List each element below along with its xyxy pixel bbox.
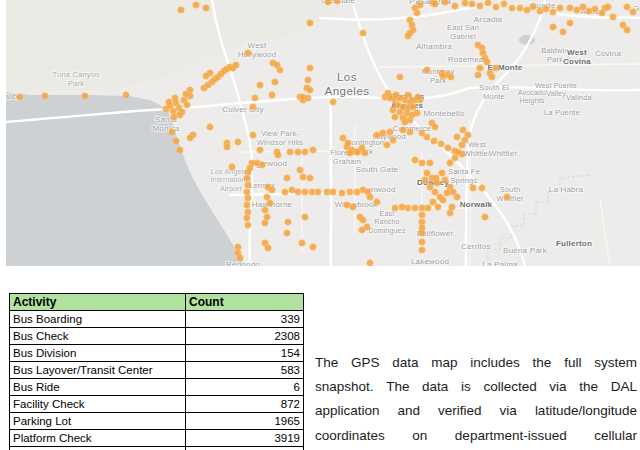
gps-dot: [307, 65, 314, 72]
gps-dot: [245, 50, 252, 57]
table-row: Parking Lot1965: [10, 413, 304, 430]
gps-dot: [295, 149, 302, 156]
gps-dot: [624, 4, 631, 11]
paragraph-line: TheGPSdatamapincludesthefullsystem: [315, 350, 637, 374]
gps-dot: [247, 165, 254, 172]
paragraph-line: snapshot.ThedataiscollectedviatheDAL: [315, 374, 637, 398]
activity-cell: Parking Lot: [10, 413, 186, 430]
gps-dot: [560, 29, 567, 36]
table-row: Platform Check3919: [10, 430, 304, 447]
gps-dot: [360, 30, 367, 37]
gps-dot: [482, 214, 489, 221]
count-header: Count: [186, 294, 304, 311]
gps-dot: [440, 73, 447, 80]
gps-dot: [400, 127, 407, 134]
gps-dot: [477, 65, 484, 72]
gps-dot: [284, 230, 291, 237]
table-row: Facility Check872: [10, 396, 304, 413]
gps-dot: [557, 5, 564, 12]
gps-dot: [504, 194, 511, 201]
gps-dots-layer: [6, 0, 640, 266]
gps-dot: [302, 214, 309, 221]
activity-table: Activity Count Bus Boarding339Bus Check2…: [9, 293, 304, 450]
gps-dot: [567, 20, 574, 27]
count-cell: 339: [186, 311, 304, 328]
gps-dot: [605, 4, 612, 11]
gps-dot: [425, 205, 432, 212]
gps-dot: [402, 119, 409, 126]
activity-cell: Bus Check: [10, 328, 186, 345]
gps-dot: [412, 157, 419, 164]
gps-dot: [465, 132, 472, 139]
gps-dot: [178, 7, 185, 14]
gps-dot: [307, 20, 314, 27]
gps-dot: [166, 99, 173, 106]
count-cell: 1965: [186, 413, 304, 430]
gps-dot: [183, 91, 190, 98]
gps-dot: [630, 9, 637, 16]
gps-dot: [390, 137, 397, 144]
gps-dot: [470, 185, 477, 192]
gps-dot: [475, 72, 482, 79]
gps-dot: [244, 215, 251, 222]
gps-dot: [315, 189, 322, 196]
gps-dot: [419, 160, 426, 167]
gps-dot: [259, 162, 266, 169]
gps-dot: [460, 127, 467, 134]
table-header-row: Activity Count: [10, 294, 304, 311]
gps-dot: [462, 0, 469, 6]
gps-dot: [302, 189, 309, 196]
gps-dot: [193, 2, 200, 9]
gps-dot: [479, 185, 486, 192]
gps-dot: [517, 5, 524, 12]
gps-dot: [567, 5, 574, 12]
gps-dot: [340, 135, 347, 142]
table-row: Bus Layover/Transit Center583: [10, 362, 304, 379]
gps-dot: [384, 142, 391, 149]
gps-dot: [454, 194, 461, 201]
gps-dot: [305, 95, 312, 102]
gps-dot: [367, 260, 374, 266]
gps-dot: [282, 189, 289, 196]
gps-dot: [380, 130, 387, 137]
gps-dot: [82, 93, 89, 100]
gps-dot: [454, 134, 461, 141]
gps-dot: [530, 4, 537, 11]
gps-dot: [387, 129, 394, 136]
gps-dot: [203, 5, 210, 12]
gps-dot: [442, 0, 449, 5]
gps-dot: [442, 177, 449, 184]
gps-dot: [501, 1, 508, 8]
gps-dot: [284, 175, 291, 182]
gps-dot: [390, 107, 397, 114]
table-row: Bus Division154: [10, 345, 304, 362]
gps-dot: [171, 114, 178, 121]
table-row: Bus Check2308: [10, 328, 304, 345]
gps-dot: [257, 82, 264, 89]
gps-dot: [299, 240, 306, 247]
gps-dot: [419, 239, 426, 246]
gps-dot: [624, 27, 631, 34]
gps-dot: [422, 177, 429, 184]
gps-dot: [431, 138, 438, 145]
gps-dot: [580, 4, 587, 11]
gps-dot: [245, 222, 252, 229]
gps-dot: [169, 129, 176, 136]
table-row-partial: [10, 447, 304, 450]
gps-dot: [245, 209, 252, 216]
gps-dot: [244, 175, 251, 182]
gps-dot: [262, 220, 269, 227]
gps-dot: [405, 92, 412, 99]
gps-dot: [405, 205, 412, 212]
gps-dot: [433, 175, 440, 182]
gps-dot: [307, 175, 314, 182]
gps-dot: [235, 139, 242, 146]
count-cell: 872: [186, 396, 304, 413]
gps-dot: [245, 182, 252, 189]
gps-dot: [207, 124, 214, 131]
gps-dot: [17, 94, 24, 101]
gps-dot: [459, 142, 466, 149]
gps-dot: [449, 204, 456, 211]
gps-dot: [302, 149, 309, 156]
gps-dot: [224, 144, 231, 151]
